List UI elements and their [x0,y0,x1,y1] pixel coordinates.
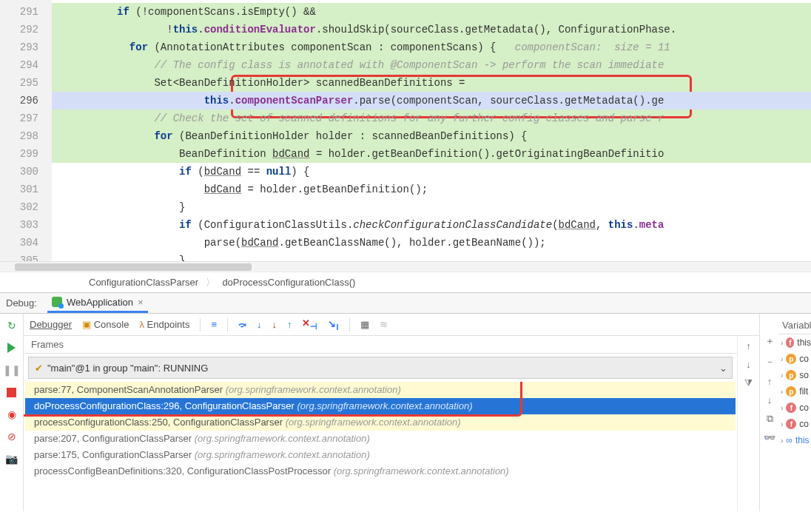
breadcrumb-method[interactable]: doProcessConfigurationClass() [222,277,355,288]
vars-list[interactable]: Variables ›fthis›pco›pso›pfilt›fco›fco›∞… [779,314,811,511]
vars-header: Variables [779,317,811,334]
stack-frame[interactable]: parse:175, ConfigurationClassParser (org… [25,447,736,463]
step-into-icon[interactable]: ↓ [257,319,262,330]
run-to-cursor-icon[interactable]: ↘I [328,318,338,331]
code-editor[interactable]: 2912922932942952962972982993003013023033… [0,0,811,261]
debug-main: Debugger ▣ Console λ Endpoints ≡ ⤼ ↓ ↓ ↑… [24,314,759,511]
variable-row[interactable]: ›fco [779,400,811,416]
stack-frame[interactable]: parse:207, ConfigurationClassParser (org… [25,431,736,447]
tab-console[interactable]: ▣ Console [82,319,129,330]
prev-frame-icon[interactable]: ↑ [746,340,751,351]
step-over-icon[interactable]: ⤼ [238,319,246,330]
editor-area: 2912922932942952962972982993003013023033… [0,0,811,292]
close-icon[interactable]: × [138,297,144,308]
next-frame-icon[interactable]: ↓ [746,359,751,370]
line-gutter: 2912922932942952962972982993003013023033… [0,0,52,261]
up-icon[interactable]: ↑ [767,376,773,387]
thread-selector[interactable]: ✔ "main"@1 in group "main": RUNNING ⌄ [28,357,733,379]
stop-icon[interactable] [4,385,19,400]
run-config-tab[interactable]: WebApplication × [47,293,148,313]
stack-frame[interactable]: processConfigBeanDefinitions:320, Config… [25,463,736,479]
frames-header: Frames [24,336,737,354]
camera-icon[interactable]: 📷 [4,451,19,466]
debug-toolbar: Debugger ▣ Console λ Endpoints ≡ ⤼ ↓ ↓ ↑… [24,314,759,336]
glasses-icon[interactable]: 👓 [764,432,775,443]
debug-left-rail: ↻ ❚❚ ◉ ⊘ 📷 [0,314,24,511]
show-execution-point-icon[interactable]: ≡ [211,319,217,330]
debug-panel: ↻ ❚❚ ◉ ⊘ 📷 Debugger ▣ Console λ Endpoint… [0,314,811,511]
step-out-icon[interactable]: ↑ [287,319,292,330]
stack-frame[interactable]: processConfigurationClass:250, Configura… [25,414,736,431]
scrollbar-thumb[interactable] [15,263,252,271]
down-icon[interactable]: ↓ [767,394,773,405]
breadcrumb-class[interactable]: ConfigurationClassParser [89,277,198,288]
rerun-icon[interactable]: ↻ [4,318,19,333]
variable-row[interactable]: ›fthis [779,334,811,351]
variable-row[interactable]: ›pso [779,367,811,383]
breadcrumb-sep: 〉 [201,277,220,288]
filter-icon[interactable]: ⧩ [744,377,753,389]
mute-breakpoints-icon[interactable]: ⊘ [4,429,19,444]
vars-rail: ＋ － ↑ ↓ ⧉ 👓 [760,314,779,511]
spring-run-icon [52,297,62,307]
variable-row[interactable]: ›fco [779,416,811,432]
chevron-down-icon[interactable]: ⌄ [719,363,727,374]
copy-icon[interactable]: ⧉ [767,413,773,425]
variable-row[interactable]: ›∞this [779,432,811,448]
tab-endpoints[interactable]: λ Endpoints [139,319,189,330]
thread-name: "main"@1 in group "main": RUNNING [47,363,208,374]
variable-row[interactable]: ›pco [779,351,811,367]
force-step-into-icon[interactable]: ↓ [272,319,277,330]
horizontal-scrollbar[interactable] [0,261,811,272]
variable-row[interactable]: ›pfilt [779,383,811,400]
check-icon: ✔ [35,363,43,374]
remove-watch-icon[interactable]: － [765,355,775,368]
frames-controls: ↑ ↓ ⧩ [737,336,759,511]
debug-toolwindow-header: Debug: WebApplication × [0,292,811,314]
frame-list[interactable]: parse:77, ComponentScanAnnotationParser … [24,382,737,511]
resume-icon[interactable] [4,340,19,355]
debug-label: Debug: [6,297,37,309]
highlight-box-frame [24,382,522,417]
view-breakpoints-icon[interactable]: ◉ [4,407,19,422]
variables-panel: ＋ － ↑ ↓ ⧉ 👓 Variables ›fthis›pco›pso›pfi… [759,314,811,511]
trace-icon[interactable]: ≋ [380,319,388,330]
tab-debugger[interactable]: Debugger [30,319,72,330]
frames-panel: Frames ✔ "main"@1 in group "main": RUNNI… [24,336,737,511]
pause-icon[interactable]: ❚❚ [4,363,19,377]
add-watch-icon[interactable]: ＋ [765,334,775,348]
code-column[interactable]: if (!componentScans.isEmpty() && !this.c… [52,0,811,261]
breadcrumb[interactable]: ConfigurationClassParser 〉 doProcessConf… [0,272,811,292]
drop-frame-icon[interactable]: ✕⊣ [302,317,317,331]
evaluate-icon[interactable]: ▦ [360,319,369,330]
run-config-name: WebApplication [67,297,133,308]
